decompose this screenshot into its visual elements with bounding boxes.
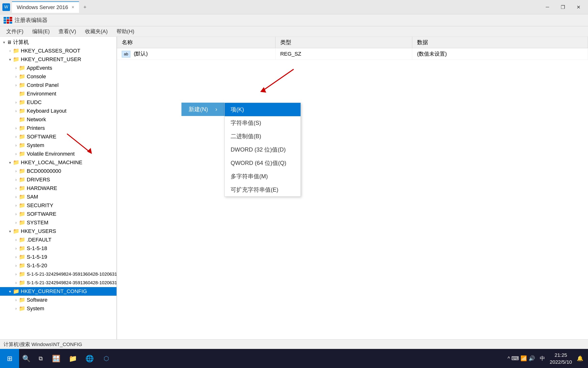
folder-icon-environment: 📁 (19, 91, 25, 97)
label-volatile-env: Volatile Environment (27, 151, 75, 157)
tree-item-computer[interactable]: ▾ 🖥 计算机 (0, 38, 116, 46)
tree-item-hku[interactable]: ▾ 📁 HKEY_USERS (0, 227, 116, 236)
tree-item-hkcc[interactable]: ▾ 📁 HKEY_CURRENT_CONFIG (0, 287, 116, 296)
taskbar-app-icon[interactable]: ⬡ (98, 349, 115, 368)
label-network: Network (27, 117, 46, 123)
table-row[interactable]: ab (默认) REG_SZ (数值未设置) (117, 48, 588, 60)
search-icon: 🔍 (22, 355, 31, 362)
arrow-hku: ▾ (7, 229, 13, 234)
arrow-security: › (13, 203, 19, 208)
tree-item-system-hklm[interactable]: › 📁 SYSTEM (0, 218, 116, 227)
tree-item-hklm[interactable]: ▾ 📁 HKEY_LOCAL_MACHINE (0, 158, 116, 167)
tree-item-controlpanel[interactable]: › 📁 Control Panel (0, 81, 116, 90)
label-console: Console (27, 74, 46, 80)
arrow-system-hkcc: › (13, 306, 19, 311)
tree-item-console[interactable]: › 📁 Console (0, 72, 116, 81)
tree-item-s-1-5-20[interactable]: › 📁 S-1-5-20 (0, 261, 116, 270)
ctx-item-dword[interactable]: DWORD (32 位)值(D) (225, 143, 300, 156)
windows-icon: 🪟 (52, 355, 60, 362)
arrow-system-hkcu: › (13, 143, 19, 147)
folder-icon-hku: 📁 (13, 228, 19, 234)
tree-item-network[interactable]: › 📁 Network (0, 115, 116, 124)
tab-close-button[interactable]: × (72, 5, 74, 10)
tree-item-hkcu[interactable]: ▾ 📁 HKEY_CURRENT_USER (0, 55, 116, 64)
label-eudc: EUDC (27, 99, 42, 105)
reg-name-cell: ab (默认) (117, 48, 275, 60)
reg-data-cell: (数值未设置) (412, 48, 588, 60)
folder-icon-system-hkcu: 📁 (19, 142, 25, 148)
ctx-item-qword[interactable]: QWORD (64 位)值(Q) (225, 156, 300, 170)
tree-item-software-hkcu[interactable]: › 📁 SOFTWARE (0, 132, 116, 141)
tree-item-appevents[interactable]: › 📁 AppEvents (0, 64, 116, 72)
folder-icon-console: 📁 (19, 74, 25, 80)
arrow-drivers: › (13, 178, 19, 182)
language-indicator: 中 (540, 355, 545, 362)
new-submenu-button[interactable]: 新建(N) › (181, 103, 224, 116)
ctx-item-key[interactable]: 项(K) (225, 103, 300, 116)
maximize-button[interactable]: ❐ (556, 2, 570, 12)
start-button[interactable]: ⊞ (0, 349, 19, 368)
notification-icon[interactable]: 🔔 (577, 355, 583, 362)
ctx-item-string[interactable]: 字符串值(S) (225, 116, 300, 129)
label-drivers: DRIVERS (27, 177, 50, 183)
arrow-s118: › (13, 246, 19, 251)
tree-item-sam[interactable]: › 📁 SAM (0, 193, 116, 201)
taskbar-ie-icon[interactable]: 🌐 (81, 349, 98, 368)
label-sam: SAM (27, 194, 38, 200)
label-appevents: AppEvents (27, 65, 52, 71)
menu-edit[interactable]: 编辑(E) (28, 27, 54, 36)
close-button[interactable]: ✕ (571, 2, 586, 12)
menu-help[interactable]: 帮助(H) (113, 27, 138, 36)
minimize-button[interactable]: ─ (540, 2, 555, 12)
browser-icon: W (2, 3, 10, 11)
tree-item-hkcr[interactable]: › 📁 HKEY_CLASSES_ROOT (0, 46, 116, 55)
ctx-item-expandable-string[interactable]: 可扩充字符串值(E) (225, 183, 300, 196)
folder-icon-sam: 📁 (19, 194, 25, 200)
folder-icon-software-hkcu: 📁 (19, 134, 25, 140)
folder-icon-sid2: 📁 (19, 280, 25, 286)
tree-item-volatile-env[interactable]: › 📁 Volatile Environment (0, 150, 116, 158)
tree-item-printers[interactable]: › 📁 Printers (0, 124, 116, 132)
context-menu-container: 新建(N) › 项(K) 字符串值(S) 二进制值(B) DWORD (32 位… (181, 103, 301, 197)
ctx-item-multi-string[interactable]: 多字符串值(M) (225, 170, 300, 183)
tree-pane[interactable]: ▾ 🖥 计算机 › 📁 HKEY_CLASSES_ROOT ▾ 📁 HKEY_C… (0, 37, 117, 339)
tree-item-s-1-5-19[interactable]: › 📁 S-1-5-19 (0, 253, 116, 261)
taskbar-search-button[interactable]: 🔍 (19, 349, 33, 368)
folder-icon-security: 📁 (19, 202, 25, 209)
menu-favorites[interactable]: 收藏夹(A) (81, 27, 112, 36)
folder-icon-software-hkcc: 📁 (19, 297, 25, 303)
ctx-item-binary[interactable]: 二进制值(B) (225, 129, 300, 143)
tree-item-s-1-5-18[interactable]: › 📁 S-1-5-18 (0, 244, 116, 253)
label-security: SECURITY (27, 202, 53, 209)
browser-tab[interactable]: Windows Server 2016 × (12, 1, 79, 13)
arrow-sam: › (13, 195, 19, 199)
taskbar-windows-icon[interactable]: 🪟 (48, 349, 65, 368)
tree-item-keyboard-layout[interactable]: › 📁 Keyboard Layout (0, 107, 116, 115)
tree-item-eudc[interactable]: › 📁 EUDC (0, 98, 116, 107)
app-title-bar: 注册表编辑器 (0, 14, 588, 26)
tree-item-bcd[interactable]: › 📁 BCD00000000 (0, 167, 116, 175)
taskbar-explorer-icon[interactable]: 📁 (65, 349, 81, 368)
tree-item-sid1[interactable]: › 📁 S-1-5-21-3242949824-3591360428-10206… (0, 270, 116, 278)
menu-file[interactable]: 文件(F) (2, 27, 27, 36)
tree-item-default[interactable]: › 📁 .DEFAULT (0, 236, 116, 244)
tree-item-sid2[interactable]: › 📁 S-1-5-21-3242949824-3591360428-10206… (0, 278, 116, 287)
tree-item-security[interactable]: › 📁 SECURITY (0, 201, 116, 210)
label-controlpanel: Control Panel (27, 82, 58, 88)
computer-icon: 🖥 (7, 40, 12, 45)
tree-item-software-hklm[interactable]: › 📁 SOFTWARE (0, 210, 116, 218)
task-view-icon: ⧉ (39, 355, 43, 362)
label-hklm: HKEY_LOCAL_MACHINE (21, 159, 82, 166)
taskbar-task-view-button[interactable]: ⧉ (33, 349, 48, 368)
tree-item-system-hkcu[interactable]: › 📁 System (0, 141, 116, 150)
new-tab-button[interactable]: + (80, 2, 90, 12)
tree-item-hardware[interactable]: › 📁 HARDWARE (0, 184, 116, 193)
tree-item-software-hkcc[interactable]: › 📁 Software (0, 296, 116, 304)
menu-view[interactable]: 查看(V) (55, 27, 80, 36)
folder-icon-appevents: 📁 (19, 65, 25, 71)
folder-icon-sid1: 📁 (19, 271, 25, 277)
tree-item-environment[interactable]: › 📁 Environment (0, 90, 116, 98)
folder-icon-system-hklm: 📁 (19, 220, 25, 226)
tree-item-system-hkcc[interactable]: › 📁 System (0, 304, 116, 313)
tree-item-drivers[interactable]: › 📁 DRIVERS (0, 175, 116, 184)
